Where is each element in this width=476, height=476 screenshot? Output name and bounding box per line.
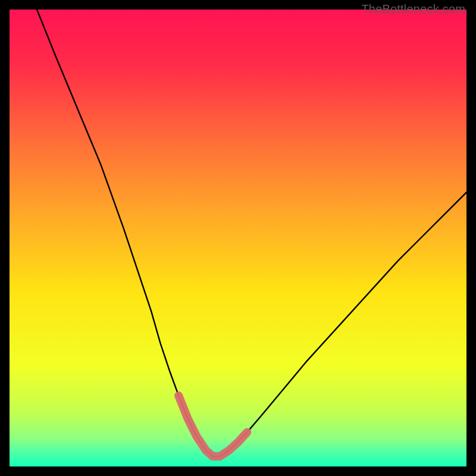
watermark-text: TheBottleneck.com: [361, 2, 465, 16]
bottleneck-curve: [37, 10, 466, 456]
minimum-highlight: [178, 396, 247, 456]
chart-plot: [10, 10, 466, 466]
